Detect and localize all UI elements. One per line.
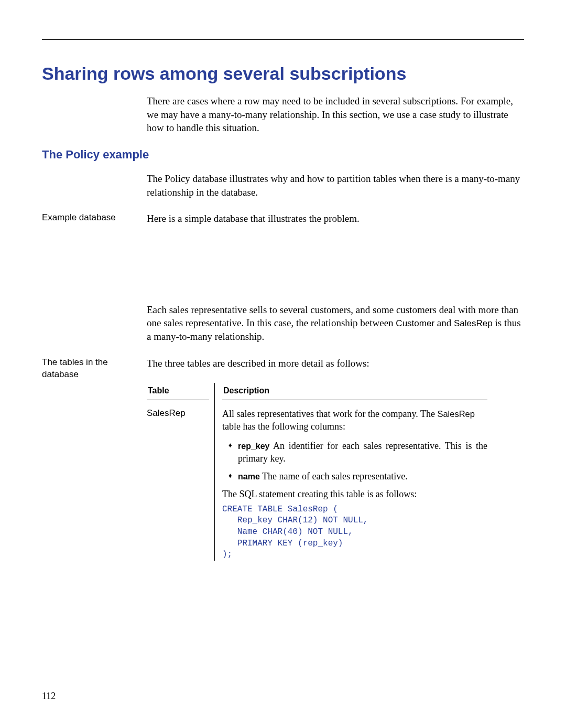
diagram-gap xyxy=(42,230,524,303)
th-table: Table xyxy=(147,383,209,400)
sql-code: CREATE TABLE SalesRep ( Rep_key CHAR(12)… xyxy=(222,504,487,561)
th-description: Description xyxy=(222,383,487,400)
salesrep-word: SalesRep xyxy=(454,318,493,328)
bullet-repkey: rep_key An identifier for each sales rep… xyxy=(228,440,487,465)
page-title: Sharing rows among several subscriptions xyxy=(42,63,524,84)
description-table: Table SalesRep Description All sales rep… xyxy=(147,383,524,561)
example-db-label: Example database xyxy=(42,212,147,224)
col-name-text: The name of each sales representative. xyxy=(260,471,408,481)
td-table-name: SalesRep xyxy=(147,400,209,420)
section-heading: The Policy example xyxy=(42,148,524,162)
customer-word: Customer xyxy=(396,318,434,328)
row1-intro-post: table has the following columns: xyxy=(222,421,345,432)
policy-intro-block: The Policy database illustrates why and … xyxy=(147,172,524,199)
table-name-column: Table SalesRep xyxy=(147,383,215,561)
and-word: and xyxy=(434,317,454,328)
bullet-name: name The name of each sales representati… xyxy=(228,470,487,483)
tables-row: The tables in the database The three tab… xyxy=(42,357,524,381)
row1-intro-code: SalesRep xyxy=(437,409,475,419)
policy-intro: The Policy database illustrates why and … xyxy=(147,172,524,199)
col-repkey-name: rep_key xyxy=(238,442,270,451)
intro-block: There are cases where a row may need to … xyxy=(147,94,524,135)
page: Sharing rows among several subscriptions… xyxy=(0,0,566,728)
col-repkey-text: An identifier for each sales representat… xyxy=(238,441,487,464)
sql-intro: The SQL statement creating this table is… xyxy=(222,488,487,500)
page-number: 112 xyxy=(42,691,56,702)
each-rep-block: Each sales representative sells to sever… xyxy=(147,303,524,344)
each-rep-paragraph: Each sales representative sells to sever… xyxy=(147,303,524,344)
example-db-row: Example database Here is a simple databa… xyxy=(42,212,524,226)
column-bullets: rep_key An identifier for each sales rep… xyxy=(228,440,487,483)
intro-paragraph: There are cases where a row may need to … xyxy=(147,94,524,135)
description-column: Description All sales representatives th… xyxy=(215,383,487,561)
tables-label: The tables in the database xyxy=(42,357,147,381)
td-description: All sales representatives that work for … xyxy=(222,400,487,561)
row1-intro-pre: All sales representatives that work for … xyxy=(222,409,437,419)
col-name-name: name xyxy=(238,472,260,481)
top-rule xyxy=(42,39,524,40)
tables-intro: The three tables are described in more d… xyxy=(147,357,524,370)
example-db-text: Here is a simple database that illustrat… xyxy=(147,212,524,226)
